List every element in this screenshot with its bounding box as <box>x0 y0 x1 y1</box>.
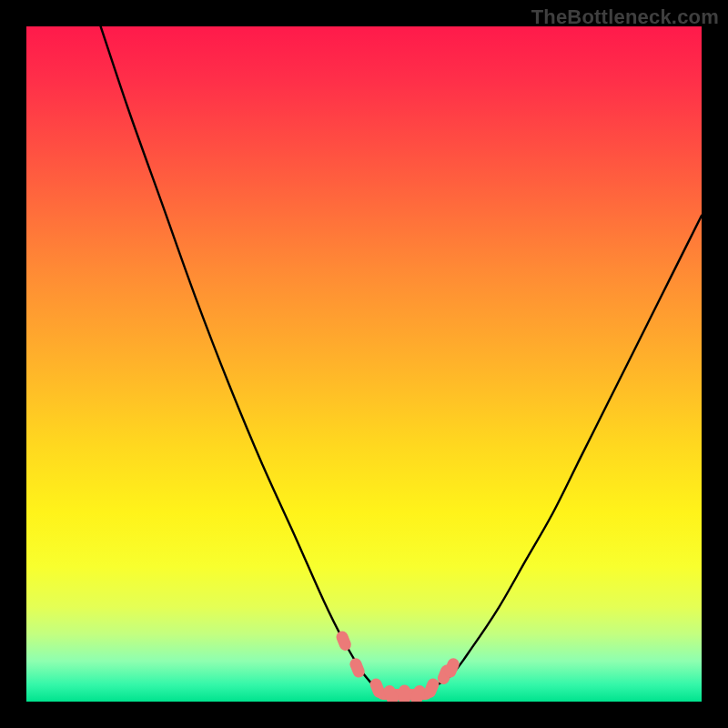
bottleneck-curve-svg <box>26 26 702 702</box>
trough-marker <box>335 630 353 652</box>
watermark-text: TheBottleneck.com <box>531 5 719 29</box>
plot-area <box>26 26 702 702</box>
curve-group <box>101 26 702 695</box>
trough-marker <box>399 685 410 702</box>
trough-markers <box>335 630 461 702</box>
bottleneck-curve <box>101 26 702 695</box>
chart-frame: TheBottleneck.com <box>0 0 728 728</box>
